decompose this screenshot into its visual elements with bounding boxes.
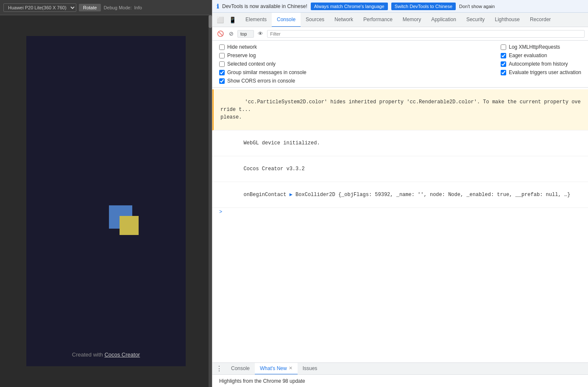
tab-elements[interactable]: Elements — [240, 13, 272, 27]
bottom-bar: ⋮ Console What's New ✕ Issues — [212, 362, 588, 374]
settings-left: Hide network Preserve log Selected conte… — [219, 44, 307, 84]
scrollbar-thumb[interactable] — [209, 15, 212, 28]
evaluate-triggers-checkbox[interactable]: Evaluate triggers user activation — [501, 69, 581, 75]
tab-sources[interactable]: Sources — [301, 13, 329, 27]
autocomplete-history-checkbox[interactable]: Autocomplete from history — [501, 61, 581, 67]
block-icon[interactable]: ⊘ — [228, 29, 235, 38]
tab-bar: ⬜ 📱 Elements Console Sources Network Per… — [212, 13, 588, 27]
hide-network-checkbox[interactable]: Hide network — [219, 44, 307, 50]
log-xhr-checkbox[interactable]: Log XMLHttpRequests — [501, 44, 581, 50]
settings-panel: Hide network Preserve log Selected conte… — [212, 41, 588, 88]
tab-memory[interactable]: Memory — [398, 13, 426, 27]
tab-recorder[interactable]: Recorder — [525, 13, 556, 27]
highlights-bar: Highlights from the Chrome 98 update — [212, 374, 588, 387]
console-line-cocos: Cocos Creator v3.3.2 — [212, 156, 588, 182]
bottom-tab-issues[interactable]: Issues — [298, 363, 323, 375]
devtools-panel: ℹ DevTools is now available in Chinese! … — [212, 0, 588, 387]
device-screen: Created with Cocos Creator — [26, 36, 186, 366]
info-icon: ℹ — [217, 3, 219, 10]
yellow-square — [120, 216, 139, 235]
eager-eval-checkbox[interactable]: Eager evaluation — [501, 53, 581, 58]
selected-context-checkbox[interactable]: Selected context only — [219, 61, 307, 67]
preserve-log-checkbox[interactable]: Preserve log — [219, 53, 307, 58]
cors-errors-checkbox[interactable]: Show CORS errors in console — [219, 78, 307, 84]
clear-console-icon[interactable]: 🚫 — [216, 29, 225, 38]
info-bar: ℹ DevTools is now available in Chinese! … — [212, 0, 588, 13]
bottom-tab-whats-new[interactable]: What's New ✕ — [255, 363, 298, 375]
dont-show-again-button[interactable]: Don't show again — [459, 4, 495, 9]
tab-application[interactable]: Application — [426, 13, 461, 27]
device-viewport: Created with Cocos Creator — [0, 15, 212, 387]
rotate-button[interactable]: Rotate — [79, 4, 101, 11]
cocos-creator-link[interactable]: Cocos Creator — [104, 351, 140, 358]
group-similar-checkbox[interactable]: Group similar messages in console — [219, 69, 307, 75]
info-message: DevTools is now available in Chinese! — [222, 3, 307, 9]
always-match-language-button[interactable]: Always match Chrome's language — [311, 3, 388, 10]
console-prompt-arrow[interactable]: > — [212, 208, 588, 216]
vertical-scrollbar[interactable] — [209, 15, 212, 387]
console-line-contact: onBeginContact ▶ BoxCollider2D {_objFlag… — [212, 182, 588, 208]
device-toggle-icon[interactable]: 📱 — [227, 15, 238, 25]
context-dropdown[interactable]: top — [237, 30, 254, 38]
console-line-webgl: WebGL device initialized. — [212, 130, 588, 156]
tab-console[interactable]: Console — [272, 13, 301, 27]
device-toolbar: Huawei P20 Lite(360 X 760) Rotate Debug … — [0, 0, 212, 15]
device-selector[interactable]: Huawei P20 Lite(360 X 760) — [3, 3, 76, 12]
tab-security[interactable]: Security — [461, 13, 490, 27]
info-button[interactable]: Info — [134, 5, 142, 10]
inspect-element-icon[interactable]: ⬜ — [215, 15, 226, 25]
highlights-text: Highlights from the Chrome 98 update — [219, 378, 305, 384]
bottom-tab-console[interactable]: Console — [226, 363, 255, 375]
console-line-warning: 'cc.ParticleSystem2D.color' hides inheri… — [212, 89, 588, 130]
whats-new-close-icon[interactable]: ✕ — [289, 365, 293, 371]
eye-icon[interactable]: 👁 — [256, 29, 265, 38]
tab-performance[interactable]: Performance — [358, 13, 398, 27]
bottom-menu-icon[interactable]: ⋮ — [212, 363, 226, 374]
expand-arrow[interactable]: ▶ — [290, 192, 293, 198]
console-toolbar: 🚫 ⊘ top 👁 — [212, 27, 588, 41]
settings-right: Log XMLHttpRequests Eager evaluation Aut… — [501, 44, 581, 84]
tab-network[interactable]: Network — [329, 13, 358, 27]
tab-lighthouse[interactable]: Lighthouse — [490, 13, 525, 27]
debug-mode-label: Debug Mode: — [103, 5, 131, 10]
switch-devtools-language-button[interactable]: Switch DevTools to Chinese — [391, 3, 456, 10]
filter-input[interactable] — [267, 30, 585, 38]
console-output: 'cc.ParticleSystem2D.color' hides inheri… — [212, 88, 588, 362]
tab-icons-group: ⬜ 📱 — [212, 15, 240, 25]
created-with-label: Created with Cocos Creator — [72, 351, 140, 358]
